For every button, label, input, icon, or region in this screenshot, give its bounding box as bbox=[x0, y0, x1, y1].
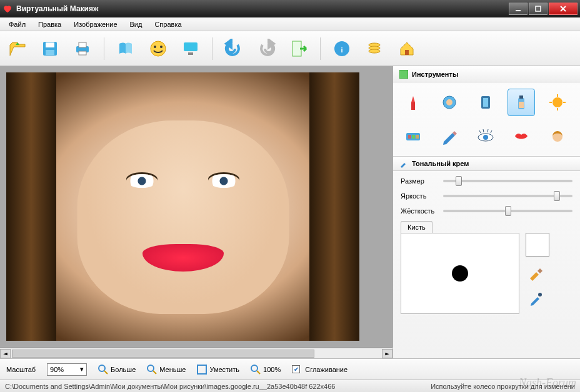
svg-rect-19 bbox=[405, 50, 409, 55]
scroll-track[interactable] bbox=[11, 350, 382, 358]
slider-row-hardness: Жёсткость bbox=[401, 207, 572, 215]
menu-edit[interactable]: Правка bbox=[33, 19, 66, 30]
home-button[interactable] bbox=[393, 35, 421, 62]
check-icon: ✔ bbox=[292, 365, 300, 373]
slider-label-hardness: Жёсткость bbox=[401, 207, 438, 215]
canvas[interactable] bbox=[0, 66, 392, 348]
menu-file[interactable]: Файл bbox=[4, 19, 31, 30]
maximize-button[interactable] bbox=[529, 2, 548, 15]
smiley-button[interactable] bbox=[144, 35, 172, 62]
canvas-image[interactable] bbox=[6, 72, 359, 341]
export-button[interactable] bbox=[285, 35, 312, 62]
slider-hardness[interactable] bbox=[443, 210, 572, 212]
redo-button[interactable] bbox=[252, 35, 280, 62]
main-area: ◄ ► Инструменты Тональный крем bbox=[0, 66, 580, 358]
toolbar-separator bbox=[104, 37, 104, 60]
image-icon bbox=[399, 70, 408, 79]
svg-rect-25 bbox=[483, 98, 488, 107]
tool-eyeshadow[interactable] bbox=[399, 122, 427, 150]
svg-rect-11 bbox=[184, 42, 198, 51]
tools-header-label: Инструменты bbox=[412, 71, 458, 78]
tool-pencil[interactable] bbox=[436, 122, 463, 150]
svg-rect-13 bbox=[292, 41, 301, 56]
eyedropper-icon[interactable] bbox=[526, 289, 546, 309]
brush-tabs: Кисть bbox=[401, 221, 572, 233]
zoom-in-label: Больше bbox=[111, 366, 136, 373]
svg-rect-7 bbox=[79, 51, 86, 55]
zoom-select[interactable]: 90% ▾ bbox=[47, 363, 87, 376]
brush-tab[interactable]: Кисть bbox=[401, 221, 432, 233]
scroll-thumb[interactable] bbox=[12, 350, 314, 358]
undo-button[interactable] bbox=[220, 35, 248, 62]
menubar: Файл Правка Изображение Вид Справка bbox=[0, 17, 580, 31]
tool-section-header: Тональный крем bbox=[393, 156, 580, 171]
slider-brightness[interactable] bbox=[443, 195, 572, 197]
bottom-bar: Масштаб 90% ▾ Больше Меньше Уместить 100… bbox=[0, 358, 580, 380]
zoom-in-button[interactable]: Больше bbox=[98, 365, 136, 375]
tool-eye[interactable] bbox=[472, 122, 499, 150]
zoom-fit-label: Уместить bbox=[209, 366, 239, 373]
svg-rect-4 bbox=[46, 50, 54, 55]
zoom-fit-button[interactable]: Уместить bbox=[197, 365, 239, 375]
menu-image[interactable]: Изображение bbox=[69, 19, 122, 30]
svg-point-39 bbox=[483, 135, 488, 140]
svg-line-43 bbox=[491, 130, 492, 133]
toolbar-separator bbox=[320, 37, 321, 60]
svg-line-52 bbox=[257, 371, 260, 374]
chevron-down-icon: ▾ bbox=[80, 365, 84, 373]
tool-lipstick[interactable] bbox=[399, 89, 427, 116]
canvas-wrap: ◄ ► bbox=[0, 66, 392, 358]
tool-compact[interactable] bbox=[436, 89, 463, 116]
tool-tan[interactable] bbox=[544, 89, 571, 116]
scroll-left-button[interactable]: ◄ bbox=[0, 349, 11, 358]
svg-point-9 bbox=[154, 46, 156, 48]
tool-foundation[interactable] bbox=[508, 89, 535, 116]
zoom-100-button[interactable]: 100% bbox=[251, 365, 281, 375]
svg-rect-3 bbox=[46, 42, 54, 47]
info-button[interactable]: i bbox=[328, 35, 356, 62]
brush-paint-icon[interactable] bbox=[526, 263, 546, 283]
brush-preview bbox=[401, 233, 519, 314]
tool-mascara[interactable] bbox=[472, 89, 499, 116]
zoom-value: 90% bbox=[50, 366, 64, 373]
svg-point-23 bbox=[446, 99, 452, 105]
window-title: Виртуальный Макияж bbox=[16, 4, 508, 13]
save-button[interactable] bbox=[36, 35, 64, 62]
svg-rect-21 bbox=[411, 102, 415, 110]
sliders-panel: Размер Яркость Жёсткость bbox=[393, 171, 580, 221]
main-toolbar: i bbox=[0, 31, 580, 66]
svg-text:i: i bbox=[341, 46, 342, 54]
open-button[interactable] bbox=[4, 35, 31, 62]
coins-button[interactable] bbox=[361, 35, 388, 62]
slider-size[interactable] bbox=[443, 180, 572, 182]
svg-line-47 bbox=[104, 371, 108, 374]
tool-lips[interactable] bbox=[508, 122, 535, 150]
svg-rect-28 bbox=[519, 96, 523, 99]
svg-rect-27 bbox=[519, 102, 524, 108]
zoom-out-button[interactable]: Меньше bbox=[147, 365, 186, 375]
zoom-out-label: Меньше bbox=[159, 366, 186, 373]
zoom-label: Масштаб bbox=[6, 366, 36, 373]
close-button[interactable] bbox=[549, 2, 578, 15]
smoothing-checkbox[interactable]: ✔Сглаживание bbox=[292, 365, 348, 373]
monitor-button[interactable] bbox=[177, 35, 204, 62]
menu-help[interactable]: Справка bbox=[149, 19, 186, 30]
menu-view[interactable]: Вид bbox=[125, 19, 148, 30]
color-swatch[interactable] bbox=[526, 233, 549, 257]
minimize-button[interactable] bbox=[509, 2, 528, 15]
book-button[interactable] bbox=[112, 35, 139, 62]
horizontal-scrollbar[interactable]: ◄ ► bbox=[0, 348, 392, 358]
svg-rect-50 bbox=[198, 365, 206, 374]
brush-icon bbox=[399, 159, 408, 168]
svg-point-46 bbox=[99, 365, 105, 371]
zoom-100-label: 100% bbox=[263, 366, 281, 373]
tool-hair[interactable] bbox=[544, 122, 571, 150]
scroll-right-button[interactable]: ► bbox=[382, 349, 392, 358]
tools-panel-header: Инструменты bbox=[393, 66, 580, 82]
print-button[interactable] bbox=[69, 35, 96, 62]
svg-point-45 bbox=[538, 293, 542, 296]
slider-row-brightness: Яркость bbox=[401, 192, 572, 200]
status-left: C:\Documents and Settings\Admin\Мои доку… bbox=[5, 383, 335, 390]
svg-rect-6 bbox=[79, 42, 86, 47]
tools-grid bbox=[393, 82, 580, 156]
